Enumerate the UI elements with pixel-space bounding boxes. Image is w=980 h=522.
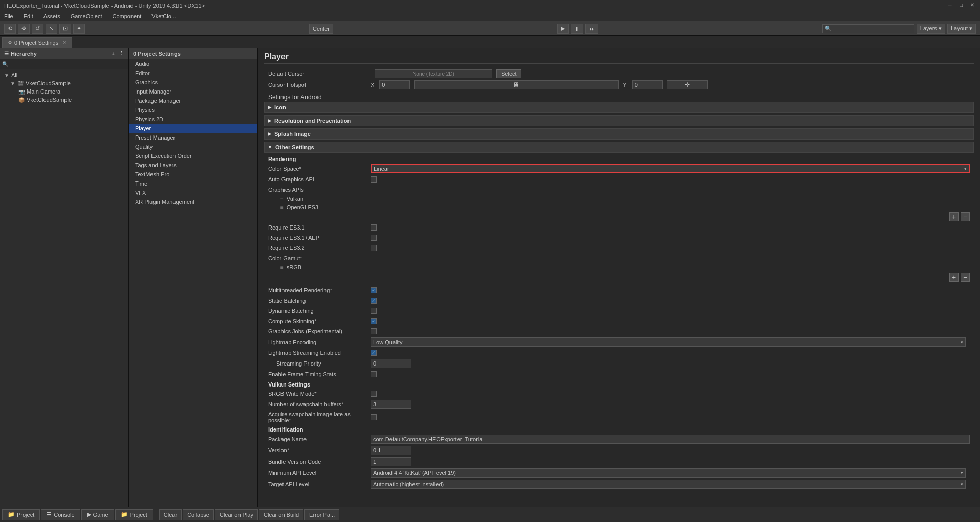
cursor-image-box[interactable]: None (Texture 2D) [375,69,492,78]
menu-component[interactable]: Component [110,12,143,20]
maximize-button[interactable]: □ [957,2,965,9]
toolbar-step-btn[interactable]: ⏭ [585,24,598,34]
toolbar-pause-btn[interactable]: ⏸ [571,24,583,34]
collapse-button[interactable]: Collapse [183,509,214,520]
dynamic-batching-checkbox[interactable] [371,308,377,314]
toolbar-multi-btn[interactable]: ✦ [73,24,85,34]
nav-package-manager[interactable]: Package Manager [129,96,257,105]
graphics-jobs-checkbox[interactable] [371,328,377,334]
lightmap-encoding-dropdown[interactable]: Low Quality ▾ [371,337,966,347]
toolbar-rect-btn[interactable]: ⊡ [59,24,71,34]
menu-gameobject[interactable]: GameObject [69,12,104,20]
auto-graphics-api-checkbox[interactable] [371,176,377,183]
srgb-write-checkbox[interactable] [371,391,377,397]
toolbar-move-btn[interactable]: ✥ [18,24,30,34]
tab-close-icon[interactable]: ✕ [62,40,67,46]
close-button[interactable]: ✕ [969,2,976,9]
nav-graphics[interactable]: Graphics [129,78,257,87]
error-pause-button[interactable]: Error Pa... [304,509,339,520]
nav-input-manager[interactable]: Input Manager [129,87,257,96]
toolbar-play-btn[interactable]: ▶ [557,24,569,34]
hierarchy-add-btn[interactable]: + [112,51,115,57]
add-graphics-api-button[interactable]: + [949,212,959,221]
menu-vket[interactable]: VketClo... [149,12,178,20]
nav-editor[interactable]: Editor [129,69,257,78]
color-space-value: Linear ▾ [371,164,970,173]
hierarchy-all[interactable]: ▼ All [0,71,128,79]
nav-xr-plugin[interactable]: XR Plugin Management [129,197,257,207]
nav-tags-layers[interactable]: Tags and Layers [129,161,257,170]
toolbar-scale-btn[interactable]: ⤡ [46,24,57,34]
hierarchy-vketcloudsample-root[interactable]: ▼ 🎬 VketCloudSample [0,79,128,87]
section-icon-header[interactable]: ▶ Icon [264,102,974,113]
bottom-tab-console[interactable]: ☰ Console [41,509,80,520]
section-splash-header[interactable]: ▶ Splash Image [264,128,974,140]
toolbar-center-btn[interactable]: Center [309,24,333,34]
toolbar-layers-btn[interactable]: Layers ▾ [917,24,945,34]
toolbar-rotate-btn[interactable]: ↺ [32,24,43,34]
nav-player[interactable]: Player [129,124,257,133]
streaming-priority-input[interactable]: 0 [371,359,411,368]
require-es32-checkbox[interactable] [371,245,377,251]
nav-time[interactable]: Time [129,179,257,188]
cursor-hotspot-x-input[interactable]: 0 [379,80,410,89]
package-name-input[interactable]: com.DefaultCompany.HEOExporter_Tutorial [371,435,970,444]
minimize-button[interactable]: ─ [946,2,953,9]
tab-project-settings[interactable]: ⚙ 0 Project Settings ✕ [2,37,72,48]
menu-assets[interactable]: Assets [41,12,62,20]
version-value: 0.1 [371,446,970,455]
opengles3-item: ≡ OpenGLES3 [264,203,974,211]
hierarchy-options-btn[interactable]: ⋮ [119,50,124,57]
hierarchy-vketcloudsample-child[interactable]: 📦 VketCloudSample [0,96,128,104]
hierarchy-main-camera[interactable]: 📷 Main Camera [0,87,128,96]
nav-physics[interactable]: Physics [129,105,257,115]
color-gamut-label: Color Gamut* [268,255,371,261]
version-input[interactable]: 0.1 [371,446,411,455]
static-batching-row: Static Batching ✓ [264,296,974,306]
require-es31-checkbox[interactable] [371,224,377,231]
clear-on-build-button[interactable]: Clear on Build [259,509,303,520]
toolbar-layout-btn[interactable]: Layout ▾ [947,24,976,34]
lightmap-streaming-value: ✓ [371,350,970,356]
bottom-tab-project1[interactable]: 📁 Project [2,509,40,520]
require-es31-aep-checkbox[interactable] [371,235,377,241]
nav-preset-manager[interactable]: Preset Manager [129,133,257,142]
bottom-tab-project2[interactable]: 📁 Project [115,509,153,520]
graphics-jobs-label: Graphics Jobs (Experimental) [268,328,371,334]
section-resolution-header[interactable]: ▶ Resolution and Presentation [264,115,974,126]
clear-button[interactable]: Clear [159,509,182,520]
settings-tab-icon: ⚙ [8,40,12,46]
multithreaded-checkbox[interactable]: ✓ [371,287,377,293]
remove-color-gamut-button[interactable]: − [961,273,970,282]
target-api-dropdown[interactable]: Automatic (highest installed) ▾ [371,480,966,489]
min-api-dropdown[interactable]: Android 4.4 'KitKat' (API level 19) ▾ [371,468,966,478]
frame-timing-checkbox[interactable] [371,371,377,377]
menu-file[interactable]: File [2,12,15,20]
color-space-dropdown[interactable]: Linear ▾ [371,164,970,173]
toolbar-search[interactable]: 🔍 [822,24,914,33]
bundle-version-input[interactable]: 1 [371,457,411,466]
lightmap-streaming-checkbox[interactable]: ✓ [371,350,377,356]
window-controls[interactable]: ─ □ ✕ [946,2,976,9]
toolbar-transform-btn[interactable]: ⟲ [4,24,16,34]
compute-skinning-checkbox[interactable]: ✓ [371,318,377,324]
nav-quality[interactable]: Quality [129,142,257,151]
bottom-tab-game[interactable]: ▶ Game [81,509,114,520]
section-other-header[interactable]: ▼ Other Settings [264,142,974,153]
nav-audio[interactable]: Audio [129,59,257,69]
clear-on-play-button[interactable]: Clear on Play [215,509,258,520]
static-batching-checkbox[interactable]: ✓ [371,298,377,304]
nav-physics-2d[interactable]: Physics 2D [129,115,257,124]
menu-edit[interactable]: Edit [21,12,35,20]
acquire-swapchain-checkbox[interactable] [371,414,377,420]
nav-vfx[interactable]: VFX [129,188,257,197]
remove-graphics-api-button[interactable]: − [961,212,970,221]
nav-script-execution[interactable]: Script Execution Order [129,151,257,161]
hierarchy-search[interactable]: 🔍 [0,59,128,69]
cursor-hotspot-y-input[interactable]: 0 [632,80,663,89]
nav-textmesh[interactable]: TextMesh Pro [129,170,257,179]
cursor-select-button[interactable]: Select [496,69,521,78]
swapchain-buffers-input[interactable]: 3 [371,400,411,409]
default-cursor-label: Default Cursor [268,71,371,77]
add-color-gamut-button[interactable]: + [949,273,959,282]
